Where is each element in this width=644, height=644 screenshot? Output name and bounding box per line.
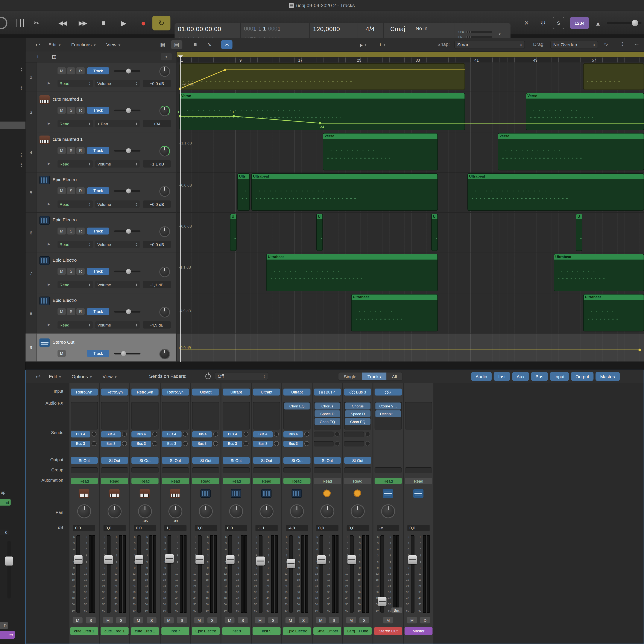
channel-name[interactable]: cute…red 1 xyxy=(101,627,129,635)
track-pan-knob[interactable] xyxy=(159,186,170,197)
volume-db-value[interactable]: -1,1 xyxy=(255,525,278,531)
send-knob[interactable] xyxy=(244,441,249,446)
mixer-filter-button[interactable]: Master/ xyxy=(596,372,620,381)
mute-solo-record-button[interactable]: M xyxy=(58,147,66,154)
fader-cap[interactable] xyxy=(256,556,265,565)
group-slot[interactable] xyxy=(314,467,341,473)
send-knob[interactable] xyxy=(92,441,97,446)
menu-item[interactable]: Edit xyxy=(49,374,61,379)
back-icon[interactable] xyxy=(33,372,43,381)
send-knob[interactable] xyxy=(335,441,340,446)
audio-fx-area[interactable] xyxy=(71,402,98,430)
mute-solo-button[interactable]: M xyxy=(316,617,326,624)
fader-groove[interactable] xyxy=(137,535,141,613)
group-slot[interactable] xyxy=(283,467,310,473)
menu-item[interactable]: Functions xyxy=(71,42,96,47)
input-slot[interactable]: Ultrabt xyxy=(283,389,310,396)
fader-cap[interactable] xyxy=(287,559,295,568)
send-slot[interactable]: Bus 3 xyxy=(71,440,90,447)
send-slot[interactable]: Bus 3 xyxy=(162,440,182,447)
volume-db-value[interactable]: 0,0 xyxy=(225,525,247,531)
send-slot[interactable]: Bus 3 xyxy=(101,440,121,447)
input-slot[interactable] xyxy=(375,389,402,396)
pan-knob[interactable] xyxy=(199,504,213,518)
fader-groove[interactable] xyxy=(350,535,354,613)
mixer-view-mode-button[interactable]: Single xyxy=(339,372,362,380)
send-slot[interactable]: Bus 4 xyxy=(162,431,182,437)
automation-mode-button[interactable]: Read xyxy=(283,478,310,484)
disclosure-triangle-icon[interactable] xyxy=(48,202,50,206)
input-slot[interactable]: Ultrabt xyxy=(192,389,219,396)
audio-fx-area[interactable] xyxy=(253,402,280,430)
track-lane[interactable]: Verse Verse +1,1 dB xyxy=(177,132,644,173)
audio-fx-area[interactable] xyxy=(101,402,128,430)
cycle-button[interactable] xyxy=(152,16,170,30)
fader-groove[interactable] xyxy=(198,535,202,613)
play-button[interactable] xyxy=(114,16,132,30)
pointer-tool-dropdown[interactable]: ▲▾ xyxy=(358,41,366,49)
audio-fx-area[interactable] xyxy=(192,402,219,430)
mute-solo-button[interactable]: S xyxy=(329,617,339,624)
automation-curves-icon[interactable]: ∿ xyxy=(604,41,608,47)
automation-mode-button[interactable]: Read xyxy=(101,478,128,484)
fader-groove[interactable] xyxy=(107,535,110,613)
audio-fx-area[interactable]: Ozone 9…Decapit… xyxy=(375,402,402,430)
mixer-view-mode-button[interactable]: All xyxy=(387,372,403,380)
stop-button[interactable] xyxy=(94,16,112,30)
send-slot[interactable]: Bus 4 xyxy=(71,431,90,437)
power-icon[interactable] xyxy=(205,374,211,379)
send-slot[interactable]: Bus 4 xyxy=(253,431,273,437)
input-slot[interactable]: RetroSyn xyxy=(71,389,98,396)
scissors-icon[interactable] xyxy=(30,17,44,30)
channel-name[interactable]: Master xyxy=(405,627,433,635)
track-header[interactable]: 7 Epic Electro MSR Track xyxy=(26,253,176,293)
mute-solo-record-button[interactable]: S xyxy=(67,187,75,194)
audio-fx-slot[interactable]: Space D xyxy=(345,410,371,417)
fader-groove[interactable] xyxy=(259,535,262,613)
automation-value[interactable]: +0,0 dB xyxy=(143,80,171,87)
playhead[interactable] xyxy=(180,58,181,362)
track-header[interactable]: 8 Epic Electro MSR Track xyxy=(26,293,176,334)
send-knob[interactable] xyxy=(244,432,249,437)
fader-cap[interactable] xyxy=(348,555,356,564)
timeline[interactable]: -9,0 dB Verse Verse xyxy=(177,51,644,362)
send-slot[interactable]: Bus 4 xyxy=(101,431,121,437)
track-volume-slider[interactable] xyxy=(114,190,140,192)
automation-target-button[interactable]: Track xyxy=(87,187,109,194)
track-header[interactable]: 3 cute manfred 1 MSR Track xyxy=(26,92,176,132)
send-knob[interactable] xyxy=(335,432,340,437)
pan-knob[interactable] xyxy=(168,504,182,518)
chevron-up-down-icon[interactable]: ▲▼ xyxy=(20,67,23,72)
channel-name[interactable]: Larg…l One xyxy=(344,627,372,635)
duplicate-track-button[interactable]: ⊞ xyxy=(49,53,60,61)
mute-solo-button[interactable]: M xyxy=(164,617,174,624)
input-slot[interactable]: Bus 4 xyxy=(314,389,341,396)
mixer-filter-button[interactable]: Inst xyxy=(494,372,510,381)
channel-name[interactable]: Inst 8 xyxy=(222,627,250,635)
automation-mode-dropdown[interactable]: Read▲▼ xyxy=(58,120,93,127)
grid-view-icon[interactable] xyxy=(157,40,169,49)
horizontal-zoom-icon[interactable]: ⇔ xyxy=(634,41,639,47)
send-knob[interactable] xyxy=(122,432,127,437)
group-slot[interactable] xyxy=(375,467,402,473)
automation-target-button[interactable]: Track xyxy=(87,107,109,114)
mute-solo-record-button[interactable]: M xyxy=(58,268,66,275)
automation-target-button[interactable]: Track xyxy=(87,308,109,315)
mute-solo-record-button[interactable]: S xyxy=(67,308,75,315)
mute-solo-button[interactable]: M xyxy=(103,617,113,624)
volume-db-value[interactable]: 0,0 xyxy=(407,525,430,531)
group-slot[interactable] xyxy=(253,467,280,473)
mute-solo-record-button[interactable]: S xyxy=(67,228,75,235)
input-slot[interactable]: RetroSyn xyxy=(162,389,189,396)
track-lane[interactable]: Verse Verse 00+34 xyxy=(177,92,644,132)
track-volume-slider[interactable] xyxy=(114,271,140,272)
mute-solo-button[interactable]: M xyxy=(286,617,295,624)
track-header[interactable]: 2 MSR Track Read xyxy=(26,62,176,92)
track-lane[interactable]: Ultr Ultrabeat Ultrabeat xyxy=(177,173,644,213)
mixer-filter-button[interactable]: Audio xyxy=(471,372,492,381)
automation-mode-button[interactable]: Read xyxy=(71,478,98,484)
group-slot[interactable] xyxy=(344,467,371,473)
fader-cap[interactable] xyxy=(135,555,143,564)
track-name[interactable]: cute manfred 1 xyxy=(53,97,83,102)
send-knob[interactable] xyxy=(365,441,370,446)
